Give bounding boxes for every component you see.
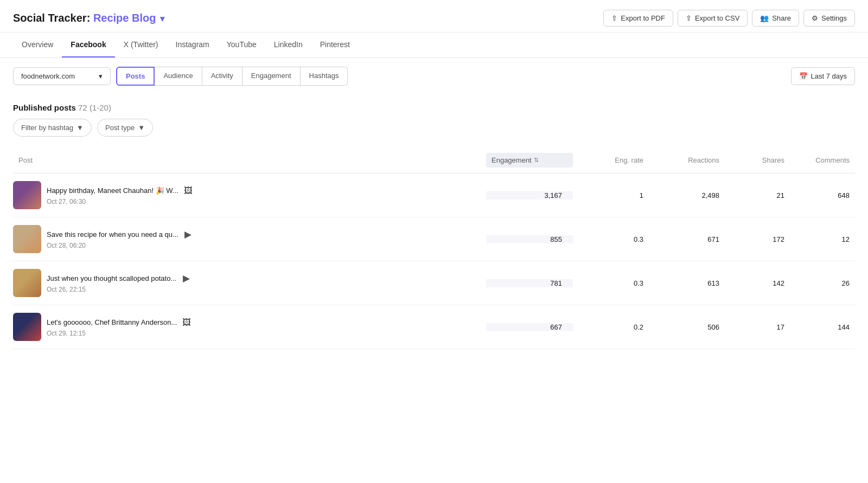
tab-youtube[interactable]: YouTube [218, 33, 265, 57]
post-title-row: Just when you thought scalloped potato..… [47, 273, 486, 284]
tab-twitter[interactable]: X (Twitter) [115, 33, 167, 57]
table-row: Let's goooooo, Chef Brittanny Anderson..… [13, 305, 855, 349]
upload-icon: ⇧ [611, 14, 617, 22]
app-title-static: Social Tracker: [13, 12, 90, 24]
eng-rate-value: 0.2 [573, 323, 649, 331]
tab-pinterest[interactable]: Pinterest [311, 33, 359, 57]
col-comments: Comments [790, 153, 855, 168]
eng-rate-value: 1 [573, 191, 649, 199]
post-title: Save this recipe for when you need a qu.… [47, 230, 178, 239]
post-date: Oct 29, 12:15 [47, 330, 486, 337]
filter-posttype-button[interactable]: Post type ▼ [97, 119, 153, 137]
post-title-row: Happy birthday, Maneet Chauhan! 🎉 W... 🖼 [47, 185, 486, 196]
comments-value: 12 [790, 235, 855, 243]
video-icon: ▶ [183, 229, 194, 240]
share-icon: 👥 [760, 14, 769, 22]
col-engagement[interactable]: Engagement ⇅ [486, 153, 573, 168]
comments-value: 26 [790, 279, 855, 287]
tab-instagram[interactable]: Instagram [167, 33, 218, 57]
header-actions: ⇧ Export to PDF ⇧ Export to CSV 👥 Share … [603, 10, 855, 27]
post-info: Just when you thought scalloped potato..… [47, 273, 486, 293]
post-info: Happy birthday, Maneet Chauhan! 🎉 W... 🖼… [47, 185, 486, 205]
upload-icon: ⇧ [686, 14, 692, 22]
video-icon: ▶ [181, 273, 192, 284]
post-thumbnail [13, 225, 41, 253]
date-range-button[interactable]: 📅 Last 7 days [791, 67, 856, 85]
engagement-value: 781 [486, 279, 573, 287]
post-info: Let's goooooo, Chef Brittanny Anderson..… [47, 317, 486, 337]
nav-tabs: Overview Facebook X (Twitter) Instagram … [0, 33, 868, 58]
filter-hashtag-button[interactable]: Filter by hashtag ▼ [13, 119, 92, 137]
post-title-row: Save this recipe for when you need a qu.… [47, 229, 486, 240]
shares-value: 142 [725, 279, 790, 287]
image-icon: 🖼 [183, 185, 194, 196]
col-eng-rate: Eng. rate [573, 153, 649, 168]
table-header: Post Engagement ⇅ Eng. rate Reactions Sh… [13, 147, 855, 173]
tab-overview[interactable]: Overview [13, 33, 62, 57]
reactions-value: 2,498 [649, 191, 725, 199]
post-date: Oct 28, 06:20 [47, 242, 486, 249]
eng-rate-value: 0.3 [573, 279, 649, 287]
post-title: Happy birthday, Maneet Chauhan! 🎉 W... [47, 186, 178, 195]
reactions-value: 506 [649, 323, 725, 331]
domain-selector[interactable]: foodnetwork.com ▾ [13, 67, 111, 85]
post-title: Let's goooooo, Chef Brittanny Anderson..… [47, 318, 177, 326]
subtab-audience[interactable]: Audience [155, 67, 202, 86]
filter-row: Filter by hashtag ▼ Post type ▼ [13, 119, 855, 137]
post-title: Just when you thought scalloped potato..… [47, 274, 176, 282]
reactions-value: 671 [649, 235, 725, 243]
comments-value: 648 [790, 191, 855, 199]
tab-facebook[interactable]: Facebook [62, 33, 114, 57]
post-title-row: Let's goooooo, Chef Brittanny Anderson..… [47, 317, 486, 328]
post-cell: Happy birthday, Maneet Chauhan! 🎉 W... 🖼… [13, 181, 486, 209]
post-thumbnail [13, 181, 41, 209]
engagement-value: 667 [486, 323, 573, 331]
posts-table: Post Engagement ⇅ Eng. rate Reactions Sh… [13, 147, 855, 349]
table-row: Save this recipe for when you need a qu.… [13, 217, 855, 261]
post-info: Save this recipe for when you need a qu.… [47, 229, 486, 249]
tab-linkedin[interactable]: LinkedIn [265, 33, 311, 57]
title-chevron[interactable]: ▾ [160, 14, 164, 23]
app-title: Social Tracker: Recipe Blog ▾ [13, 12, 164, 24]
toolbar-left: foodnetwork.com ▾ Posts Audience Activit… [13, 67, 348, 86]
post-cell: Let's goooooo, Chef Brittanny Anderson..… [13, 313, 486, 341]
app-header: Social Tracker: Recipe Blog ▾ ⇧ Export t… [0, 0, 868, 33]
toolbar: foodnetwork.com ▾ Posts Audience Activit… [0, 58, 868, 94]
post-date: Oct 26, 22:15 [47, 286, 486, 293]
subtab-posts[interactable]: Posts [116, 67, 155, 86]
col-shares: Shares [725, 153, 790, 168]
post-cell: Just when you thought scalloped potato..… [13, 269, 486, 297]
published-header: Published posts 72 (1-20) [13, 94, 855, 119]
post-thumbnail [13, 313, 41, 341]
post-date: Oct 27, 06:30 [47, 198, 486, 205]
share-button[interactable]: 👥 Share [752, 10, 799, 27]
engagement-value: 855 [486, 235, 573, 243]
shares-value: 17 [725, 323, 790, 331]
subtab-engagement[interactable]: Engagement [242, 67, 301, 86]
subtab-hashtags[interactable]: Hashtags [301, 67, 348, 86]
col-post: Post [13, 153, 486, 168]
image-icon: 🖼 [181, 317, 192, 328]
chevron-down-icon: ▼ [76, 124, 84, 132]
settings-button[interactable]: ⚙ Settings [803, 10, 855, 27]
content-area: Published posts 72 (1-20) Filter by hash… [0, 94, 868, 349]
export-csv-button[interactable]: ⇧ Export to CSV [678, 10, 748, 27]
sub-tabs: Posts Audience Activity Engagement Hasht… [116, 67, 348, 86]
domain-value: foodnetwork.com [21, 72, 75, 80]
chevron-down-icon: ▾ [99, 72, 103, 80]
settings-icon: ⚙ [812, 14, 818, 22]
post-cell: Save this recipe for when you need a qu.… [13, 225, 486, 253]
shares-value: 172 [725, 235, 790, 243]
subtab-activity[interactable]: Activity [202, 67, 242, 86]
app-title-brand: Recipe Blog [93, 12, 156, 24]
chevron-down-icon: ▼ [138, 124, 145, 132]
engagement-value: 3,167 [486, 191, 573, 199]
comments-value: 144 [790, 323, 855, 331]
shares-value: 21 [725, 191, 790, 199]
col-reactions: Reactions [649, 153, 725, 168]
export-pdf-button[interactable]: ⇧ Export to PDF [603, 10, 673, 27]
reactions-value: 613 [649, 279, 725, 287]
calendar-icon: 📅 [799, 72, 808, 80]
table-row: Happy birthday, Maneet Chauhan! 🎉 W... 🖼… [13, 173, 855, 217]
sort-icon: ⇅ [534, 157, 539, 164]
